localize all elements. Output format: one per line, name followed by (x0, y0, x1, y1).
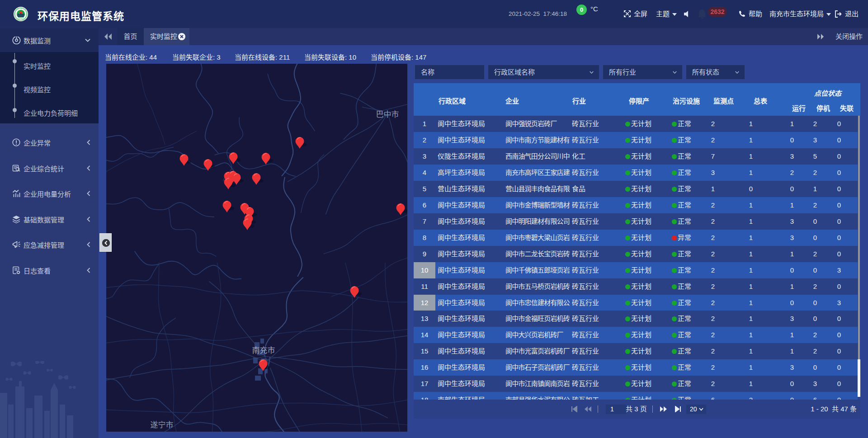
svg-text:遂宁市: 遂宁市 (151, 421, 174, 429)
svg-text:南充市: 南充市 (252, 346, 275, 355)
svg-text:环保监管: 环保监管 (18, 17, 24, 19)
svg-text:巴中市: 巴中市 (376, 110, 399, 119)
